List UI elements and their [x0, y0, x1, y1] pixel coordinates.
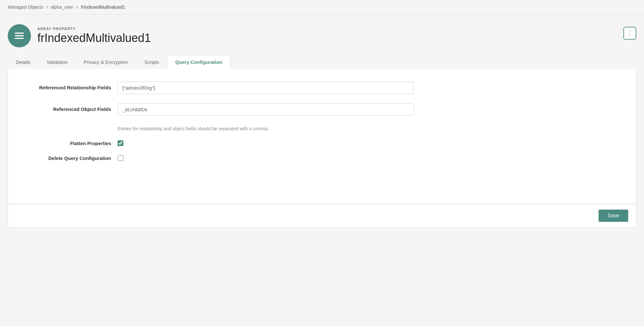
tabs-container: Details Validation Privacy & Encryption … [0, 55, 644, 69]
breadcrumb-managed-objects[interactable]: Managed Objects [8, 5, 43, 10]
delete-query-configuration-wrapper [118, 155, 123, 161]
page-title: frIndexedMultivalued1 [37, 31, 151, 45]
referenced-relationship-fields-group: Referenced Relationship Fields [27, 82, 617, 94]
save-button[interactable]: Save [599, 210, 628, 222]
breadcrumb-sep-2: > [76, 5, 78, 10]
breadcrumb-alpha-user[interactable]: alpha_user [51, 5, 73, 10]
array-property-icon [8, 24, 31, 47]
referenced-object-fields-input[interactable] [118, 103, 414, 116]
svg-rect-1 [15, 35, 24, 36]
header-text-group: ARRAY PROPERTY frIndexedMultivalued1 [37, 27, 151, 45]
svg-rect-2 [15, 38, 24, 39]
header-left: ARRAY PROPERTY frIndexedMultivalued1 [8, 24, 151, 47]
flatten-properties-checkbox[interactable] [118, 140, 123, 146]
main-content: Referenced Relationship Fields Reference… [8, 69, 636, 204]
tab-details[interactable]: Details [8, 55, 39, 69]
delete-query-configuration-label: Delete Query Configuration [27, 155, 111, 161]
referenced-relationship-fields-label: Referenced Relationship Fields [27, 82, 111, 90]
tab-scripts[interactable]: Scripts [136, 55, 167, 69]
page-footer: Save [8, 204, 636, 227]
referenced-relationship-fields-input[interactable] [118, 82, 414, 94]
referenced-object-fields-group: Referenced Object Fields [27, 103, 617, 116]
hint-row: Entries for relationship and object fiel… [27, 125, 617, 131]
page-header: ARRAY PROPERTY frIndexedMultivalued1 ⋮ [0, 15, 644, 47]
tab-query-configuration[interactable]: Query Configuration [167, 55, 230, 69]
tab-privacy-encryption[interactable]: Privacy & Encryption [76, 55, 136, 69]
referenced-object-fields-label: Referenced Object Fields [27, 103, 111, 112]
breadcrumb-current: frIndexedMultivalued1 [81, 5, 125, 10]
breadcrumb: Managed Objects > alpha_user > frIndexed… [0, 0, 644, 15]
header-subtitle: ARRAY PROPERTY [37, 27, 151, 31]
tabs: Details Validation Privacy & Encryption … [8, 55, 636, 69]
breadcrumb-sep-1: > [46, 5, 48, 10]
delete-query-configuration-group: Delete Query Configuration [27, 155, 617, 161]
delete-query-configuration-checkbox[interactable] [118, 155, 123, 161]
more-options-button[interactable]: ⋮ [623, 27, 636, 40]
flatten-properties-group: Flatten Properties [27, 140, 617, 146]
fields-hint: Entries for relationship and object fiel… [118, 125, 617, 131]
svg-rect-0 [15, 33, 24, 34]
tab-validation[interactable]: Validation [39, 55, 76, 69]
flatten-properties-wrapper [118, 140, 123, 146]
flatten-properties-label: Flatten Properties [27, 141, 111, 146]
